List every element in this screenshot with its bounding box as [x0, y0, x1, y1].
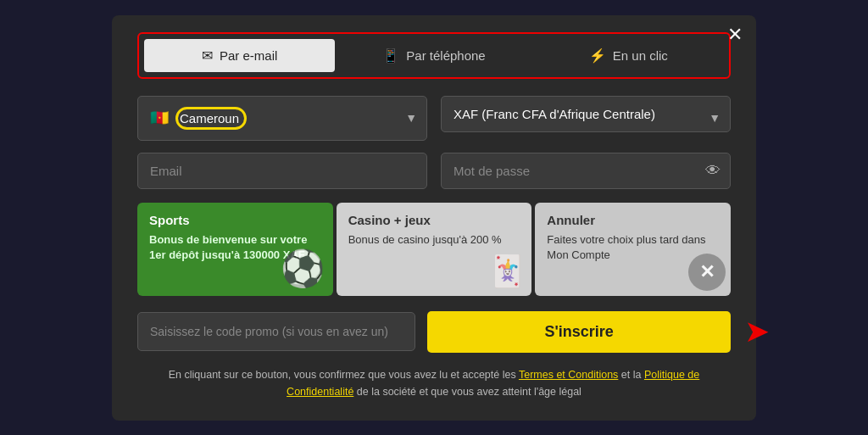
- register-btn-wrapper: S'inscrire ➤: [427, 311, 731, 353]
- sports-bonus-title: Sports: [149, 213, 321, 227]
- password-field-wrapper: 👁: [441, 153, 731, 189]
- credentials-row: 👁: [137, 153, 731, 189]
- bonus-card-annuler[interactable]: Annuler Faites votre choix plus tard dan…: [535, 203, 731, 296]
- email-input[interactable]: [137, 153, 427, 189]
- currency-label: XAF (Franc CFA d'Afrique Centrale): [453, 107, 655, 121]
- casino-bonus-description: Bonus de casino jusqu'à 200 %: [348, 232, 520, 248]
- bonus-cards-row: Sports Bonus de bienvenue sur votre 1er …: [137, 203, 731, 296]
- currency-select[interactable]: XAF (Franc CFA d'Afrique Centrale) ▼: [441, 96, 731, 132]
- cameroon-flag-icon: 🇨🇲: [150, 109, 169, 127]
- country-label: Cameroun: [175, 107, 247, 130]
- arrow-right-icon: ➤: [744, 314, 770, 349]
- country-select-wrapper: 🇨🇲 Cameroun ▼: [137, 96, 427, 141]
- playing-cards-icon: 🃏: [488, 254, 526, 289]
- currency-select-wrapper: XAF (Franc CFA d'Afrique Centrale) ▼: [441, 96, 731, 141]
- bonus-card-sports[interactable]: Sports Bonus de bienvenue sur votre 1er …: [137, 203, 333, 296]
- email-field-wrapper: [137, 153, 427, 189]
- footer-text-after: de la société et que vous avez atteint l…: [353, 386, 581, 398]
- lightning-icon: ⚡: [589, 47, 606, 64]
- action-row: S'inscrire ➤: [137, 311, 731, 353]
- email-icon: ✉: [202, 47, 213, 64]
- terms-link[interactable]: Termes et Conditions: [519, 369, 618, 381]
- promo-code-input[interactable]: [137, 312, 415, 351]
- registration-tabs: ✉ Par e-mail 📱 Par téléphone ⚡ En un cli…: [137, 32, 731, 79]
- country-currency-row: 🇨🇲 Cameroun ▼ XAF (Franc CFA d'Afrique C…: [137, 96, 731, 141]
- currency-chevron-icon: ▼: [709, 111, 721, 125]
- footer-disclaimer: En cliquant sur ce bouton, vous confirme…: [137, 366, 731, 400]
- password-input[interactable]: [441, 153, 731, 189]
- tab-phone[interactable]: 📱 Par téléphone: [338, 39, 529, 72]
- tab-oneclick-label: En un clic: [613, 48, 668, 63]
- casino-bonus-title: Casino + jeux: [348, 213, 520, 227]
- registration-modal: ✕ ✉ Par e-mail 📱 Par téléphone ⚡ En un c…: [112, 15, 756, 421]
- country-chevron-icon: ▼: [405, 111, 417, 125]
- tab-email-label: Par e-mail: [220, 48, 277, 63]
- close-button[interactable]: ✕: [727, 25, 743, 44]
- tab-email[interactable]: ✉ Par e-mail: [144, 39, 335, 72]
- bonus-card-casino[interactable]: Casino + jeux Bonus de casino jusqu'à 20…: [337, 203, 532, 296]
- country-select[interactable]: 🇨🇲 Cameroun ▼: [137, 96, 427, 141]
- tab-oneclick[interactable]: ⚡ En un clic: [533, 39, 724, 72]
- tab-phone-label: Par téléphone: [406, 48, 485, 63]
- cancel-x-icon: ✕: [688, 254, 726, 291]
- footer-text-between: et la: [618, 369, 644, 381]
- phone-icon: 📱: [382, 47, 399, 64]
- register-button[interactable]: S'inscrire: [427, 311, 731, 353]
- annuler-title: Annuler: [547, 213, 719, 227]
- footer-text-before: En cliquant sur ce bouton, vous confirme…: [169, 369, 519, 381]
- toggle-password-icon[interactable]: 👁: [705, 162, 721, 180]
- soccer-ball-icon: ⚽: [281, 248, 325, 289]
